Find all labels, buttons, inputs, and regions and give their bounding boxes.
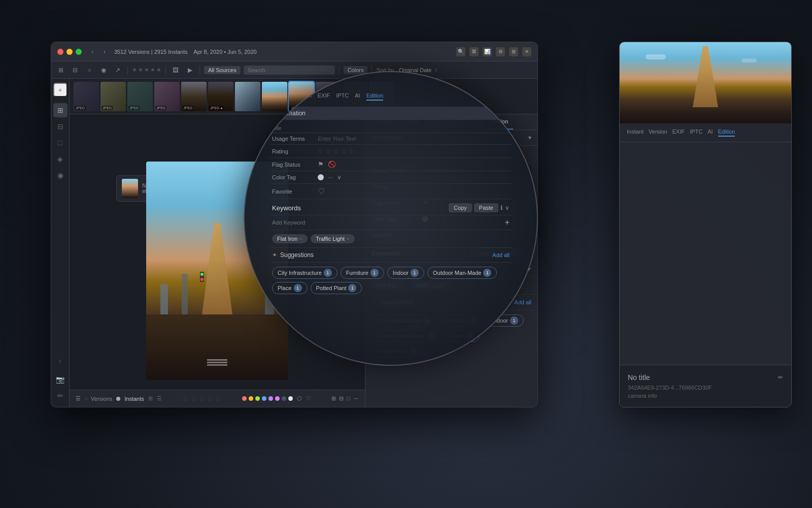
colors-filter[interactable]: Colors	[344, 66, 368, 74]
zp-tab-version[interactable]: Version	[649, 129, 667, 137]
sug-indoor[interactable]: Indoor 1	[487, 314, 524, 327]
flag-icon[interactable]: ⚑	[422, 199, 429, 207]
sidebar-icon-single[interactable]: □	[53, 136, 67, 150]
tab-instant[interactable]: Instant	[369, 114, 396, 130]
paste-button[interactable]: Paste	[496, 248, 520, 258]
info-chevron-icon[interactable]: ▾	[528, 134, 531, 141]
versions-tab[interactable]: ○ Versions	[85, 396, 112, 402]
search-input[interactable]	[244, 66, 335, 75]
crop-icon[interactable]: ⬡	[297, 395, 302, 402]
color-dot-green[interactable]	[255, 396, 260, 401]
keyword-input[interactable]	[371, 266, 527, 272]
add-button[interactable]: +	[53, 83, 67, 97]
sort-value[interactable]: Original Date	[399, 67, 431, 73]
sidebar-icon-map[interactable]: ◈	[53, 152, 67, 166]
instants-tab[interactable]: Instants	[116, 396, 144, 402]
close-x-icon[interactable]: ✕	[522, 47, 531, 56]
settings-icon[interactable]: ⚙	[496, 47, 505, 56]
thumb-5[interactable]: JPEG	[181, 82, 207, 111]
color-dot-gray[interactable]	[282, 396, 286, 401]
layout-2-icon[interactable]: ⊟	[339, 395, 344, 402]
rating-stars[interactable]: ☆ ☆ ☆ ☆ ☆	[422, 182, 461, 190]
color-dot-blue[interactable]	[262, 396, 266, 401]
zp-tab-edition[interactable]: Edition	[718, 129, 735, 137]
zp-tab-instant[interactable]: Instant	[627, 129, 644, 137]
filter-icon[interactable]: ⌘	[469, 47, 479, 56]
source-selector[interactable]: All Sources	[204, 66, 241, 74]
grid-view-icon[interactable]: ⊞	[148, 395, 153, 402]
maximize-button[interactable]	[76, 49, 82, 55]
thumb-3[interactable]: JPEG	[127, 82, 153, 111]
sidebar-icon-face[interactable]: ◉	[53, 168, 67, 182]
layout-1-icon[interactable]: ⊞	[331, 395, 336, 402]
tool-btn-4[interactable]: ◉	[98, 65, 109, 76]
back-button[interactable]: ‹	[88, 47, 97, 56]
sidebar-icon-grid[interactable]: ⊞	[53, 103, 67, 117]
add-keyword-icon[interactable]: +	[527, 264, 531, 273]
zp-tab-iptc[interactable]: IPTC	[690, 129, 702, 137]
sug-place[interactable]: Place 1	[444, 330, 480, 342]
minimize-button[interactable]	[66, 49, 73, 55]
search-icon[interactable]: 🔍	[456, 47, 465, 56]
color-tag-more[interactable]: ···	[432, 215, 437, 223]
color-dot-white[interactable]	[288, 396, 293, 401]
sort-direction[interactable]: ↕	[435, 67, 437, 73]
video-icon[interactable]: ▶	[184, 65, 195, 76]
thumb-12[interactable]: JPEG	[369, 82, 395, 111]
thumb-1[interactable]: JPEG	[74, 82, 99, 111]
close-button[interactable]	[57, 49, 63, 55]
tool-btn-5[interactable]: ↗	[112, 65, 123, 76]
zp-tab-ai[interactable]: AI	[707, 129, 713, 137]
thumb-7[interactable]	[235, 82, 260, 111]
list-view-icon[interactable]: ☰	[157, 395, 162, 402]
stats-icon[interactable]: 📊	[483, 47, 492, 56]
sidebar-icon-edit[interactable]: ✏	[53, 389, 67, 403]
sug-city-infrastructure[interactable]: City Infrastructure 1	[371, 314, 437, 327]
sidebar-icon-compare[interactable]: ⊟	[53, 119, 67, 134]
forward-button[interactable]: ›	[100, 47, 109, 56]
tool-btn-2[interactable]: ⊟	[70, 65, 81, 76]
tab-exif[interactable]: EXIF	[425, 114, 448, 130]
zp-tab-exif[interactable]: EXIF	[672, 129, 685, 137]
color-dot-orange[interactable]	[249, 396, 253, 401]
thumb-11[interactable]: JPEG	[343, 82, 368, 111]
layout-3-icon[interactable]: □	[347, 395, 350, 402]
thumb-9[interactable]: JPEG	[289, 82, 314, 111]
sug-furniture[interactable]: Furniture 1	[440, 314, 484, 327]
thumb-2[interactable]: JPEG	[100, 82, 126, 111]
tab-iptc[interactable]: IPTC	[448, 114, 470, 130]
thumb-8[interactable]	[262, 82, 287, 111]
copy-button[interactable]: Copy	[470, 248, 494, 258]
zoom-icon[interactable]: ↔	[353, 395, 359, 402]
thumb-4[interactable]: JPEG	[154, 82, 180, 111]
sidebar-icon-camera[interactable]: 📷	[53, 372, 67, 387]
keywords-info-icon[interactable]: ℹ	[522, 249, 525, 257]
thumb-10[interactable]: JPEG	[316, 82, 341, 111]
color-dot-purple[interactable]	[268, 396, 273, 401]
usage-terms-input[interactable]	[422, 166, 531, 175]
sidebar-icon-share[interactable]: ↑	[53, 354, 67, 368]
traffic-light-remove-icon[interactable]: −	[446, 283, 449, 289]
favorite-heart-icon[interactable]: ♡	[422, 230, 429, 240]
color-dot-red[interactable]	[242, 396, 247, 401]
tab-edition[interactable]: Edition	[486, 114, 514, 130]
thumb-6[interactable]: JPEG ●	[208, 82, 233, 111]
sug-potted-plant[interactable]: Potted Plant 1	[371, 345, 423, 357]
color-dot-pink[interactable]	[275, 396, 280, 401]
tool-btn-1[interactable]: ⊞	[55, 65, 66, 76]
flat-iron-remove-icon[interactable]: −	[399, 283, 402, 289]
color-tag-dot[interactable]	[422, 216, 428, 222]
color-tag-expand-icon[interactable]: ∨	[442, 215, 446, 223]
heart-icon[interactable]: ♡	[306, 395, 311, 402]
layout-icon[interactable]: ⊞	[509, 47, 518, 56]
add-all-button[interactable]: Add all	[514, 299, 531, 305]
card-edit-icon[interactable]: ✏	[778, 374, 783, 381]
tool-btn-3[interactable]: ○	[84, 65, 95, 76]
keywords-expand-icon[interactable]: ∨	[527, 249, 531, 257]
reject-icon[interactable]: 🚫	[432, 199, 441, 207]
sug-outdoor[interactable]: Outdoor Man-Made 1	[371, 330, 441, 342]
hamburger-icon[interactable]: ☰	[76, 395, 81, 402]
photo-icon[interactable]: 🖼	[170, 65, 181, 76]
tab-version[interactable]: Version	[396, 114, 425, 130]
main-photo[interactable]	[146, 162, 288, 380]
